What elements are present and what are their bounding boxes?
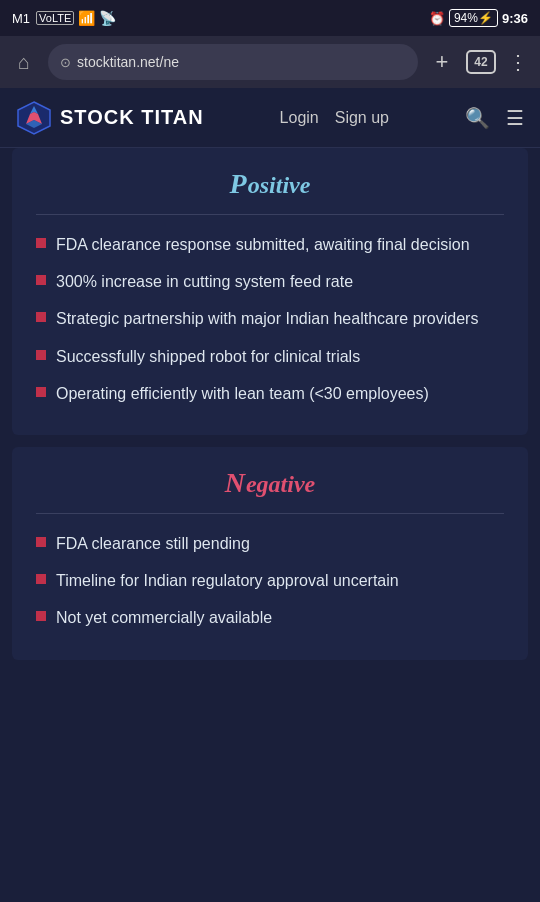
- nav-links: Login Sign up: [280, 109, 389, 127]
- bullet-icon: [36, 387, 46, 397]
- logo[interactable]: STOCK TITAN: [16, 100, 204, 136]
- signal-icon: 📶: [78, 10, 95, 26]
- bullet-icon: [36, 350, 46, 360]
- new-tab-button[interactable]: +: [426, 46, 458, 78]
- list-item: FDA clearance response submitted, awaiti…: [36, 233, 504, 256]
- tab-count-button[interactable]: 42: [466, 50, 496, 74]
- negative-list: FDA clearance still pending Timeline for…: [36, 532, 504, 630]
- list-item: Operating efficiently with lean team (<3…: [36, 382, 504, 405]
- list-item-text: Successfully shipped robot for clinical …: [56, 345, 360, 368]
- security-icon: ⊙: [60, 55, 71, 70]
- list-item: Not yet commercially available: [36, 606, 504, 629]
- browser-menu-icon: ⋮: [508, 50, 528, 74]
- carrier-label: M1: [12, 11, 30, 26]
- wifi-icon: 📡: [99, 10, 116, 26]
- positive-section: Positive FDA clearance response submitte…: [12, 148, 528, 435]
- url-text: stocktitan.net/ne: [77, 54, 406, 70]
- signup-link[interactable]: Sign up: [335, 109, 389, 127]
- status-left: M1 VoLTE 📶 📡: [12, 10, 116, 26]
- home-button[interactable]: ⌂: [8, 46, 40, 78]
- list-item-text: FDA clearance still pending: [56, 532, 250, 555]
- positive-title: Positive: [36, 168, 504, 200]
- list-item-text: Operating efficiently with lean team (<3…: [56, 382, 429, 405]
- status-right: ⏰ 94%⚡ 9:36: [429, 9, 528, 27]
- menu-icon[interactable]: ☰: [506, 106, 524, 130]
- login-link[interactable]: Login: [280, 109, 319, 127]
- list-item: FDA clearance still pending: [36, 532, 504, 555]
- main-content: Positive FDA clearance response submitte…: [0, 148, 540, 660]
- search-icon[interactable]: 🔍: [465, 106, 490, 130]
- bullet-icon: [36, 611, 46, 621]
- bullet-icon: [36, 312, 46, 322]
- battery-label: 94%⚡: [449, 9, 498, 27]
- logo-text: STOCK TITAN: [60, 106, 204, 129]
- list-item-text: 300% increase in cutting system feed rat…: [56, 270, 353, 293]
- bullet-icon: [36, 537, 46, 547]
- list-item: Successfully shipped robot for clinical …: [36, 345, 504, 368]
- bullet-icon: [36, 238, 46, 248]
- positive-divider: [36, 214, 504, 215]
- status-bar: M1 VoLTE 📶 📡 ⏰ 94%⚡ 9:36: [0, 0, 540, 36]
- time-label: 9:36: [502, 11, 528, 26]
- list-item-text: Strategic partnership with major Indian …: [56, 307, 478, 330]
- negative-title: Negative: [36, 467, 504, 499]
- alarm-icon: ⏰: [429, 11, 445, 26]
- bullet-icon: [36, 275, 46, 285]
- list-item-text: Timeline for Indian regulatory approval …: [56, 569, 399, 592]
- list-item: Timeline for Indian regulatory approval …: [36, 569, 504, 592]
- browser-menu-button[interactable]: ⋮: [504, 48, 532, 76]
- list-item: Strategic partnership with major Indian …: [36, 307, 504, 330]
- new-tab-icon: +: [436, 49, 449, 75]
- positive-list: FDA clearance response submitted, awaiti…: [36, 233, 504, 405]
- nav-icons: 🔍 ☰: [465, 106, 524, 130]
- logo-icon: [16, 100, 52, 136]
- home-icon: ⌂: [18, 51, 30, 74]
- list-item: 300% increase in cutting system feed rat…: [36, 270, 504, 293]
- negative-divider: [36, 513, 504, 514]
- negative-section: Negative FDA clearance still pending Tim…: [12, 447, 528, 660]
- tab-count-label: 42: [474, 55, 487, 69]
- list-item-text: FDA clearance response submitted, awaiti…: [56, 233, 470, 256]
- list-item-text: Not yet commercially available: [56, 606, 272, 629]
- url-bar[interactable]: ⊙ stocktitan.net/ne: [48, 44, 418, 80]
- bullet-icon: [36, 574, 46, 584]
- browser-bar: ⌂ ⊙ stocktitan.net/ne + 42 ⋮: [0, 36, 540, 88]
- nav-bar: STOCK TITAN Login Sign up 🔍 ☰: [0, 88, 540, 148]
- network-label: VoLTE: [36, 11, 74, 25]
